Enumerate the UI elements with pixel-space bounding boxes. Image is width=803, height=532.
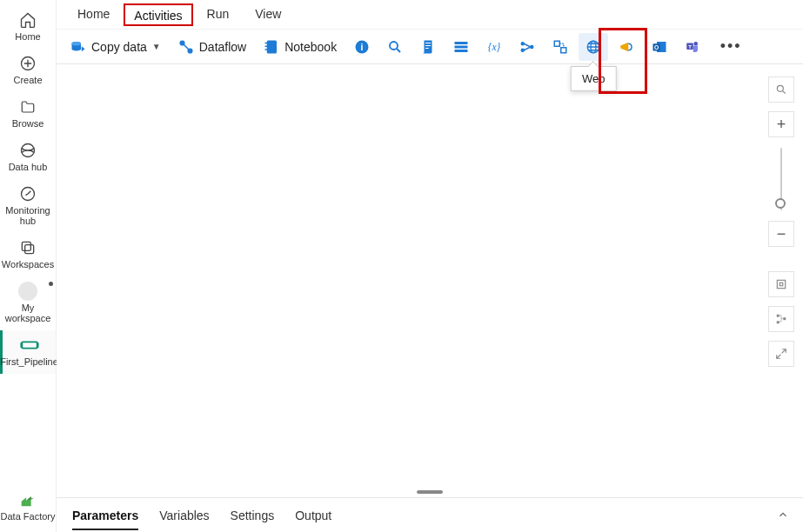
notebook-label: Notebook [284, 40, 337, 54]
rail-monitoring-label: Monitoring hub [0, 205, 56, 226]
rail-workspaces-label: Workspaces [2, 259, 54, 269]
svg-rect-39 [783, 317, 786, 320]
folder-icon [18, 97, 37, 116]
info-button[interactable]: i [347, 33, 377, 61]
function-button[interactable] [545, 33, 575, 61]
mlpipeline-button[interactable] [512, 33, 542, 61]
svg-rect-13 [265, 49, 268, 50]
svg-text:O: O [654, 44, 659, 50]
bottom-panel: Parameters Variables Settings Output [57, 497, 803, 532]
ml-icon [519, 39, 535, 55]
info-icon: i [354, 39, 370, 55]
dataflow-button[interactable]: Dataflow [171, 33, 253, 61]
svg-point-21 [521, 42, 524, 44]
zoom-in-button[interactable]: + [768, 111, 794, 137]
activities-toolbar: Copy data ▼ Dataflow Notebook i [57, 30, 803, 64]
btab-output[interactable]: Output [295, 501, 331, 530]
autolayout-button[interactable] [768, 306, 794, 332]
sproc-button[interactable] [446, 33, 476, 61]
svg-rect-36 [780, 283, 783, 286]
svg-rect-24 [554, 41, 559, 46]
expand-panel-button[interactable] [777, 509, 789, 521]
svg-rect-11 [265, 42, 268, 43]
copydata-icon [70, 39, 86, 55]
web-tooltip: Web [571, 66, 617, 91]
zoom-thumb[interactable] [775, 198, 786, 209]
variable-button[interactable]: {x} [479, 33, 509, 61]
svg-text:{x}: {x} [488, 42, 501, 53]
rail-workspaces[interactable]: Workspaces [0, 233, 56, 276]
datafactory-icon [18, 490, 37, 509]
svg-rect-25 [561, 47, 566, 52]
rail-pipeline-label: First_Pipeline [0, 356, 58, 367]
svg-text:i: i [361, 41, 364, 51]
btab-variables[interactable]: Variables [159, 501, 209, 530]
rail-myworkspace[interactable]: My workspace [0, 276, 56, 330]
rail-create[interactable]: Create [0, 49, 56, 92]
tab-view[interactable]: View [243, 2, 293, 27]
rail-datafactory-label: Data Factory [1, 511, 56, 522]
rail-create-label: Create [13, 75, 42, 85]
rail-browse[interactable]: Browse [0, 92, 56, 136]
outlook-button[interactable]: O [645, 33, 674, 61]
rail-datafactory[interactable]: Data Factory [0, 485, 56, 532]
svg-rect-38 [777, 321, 780, 323]
svg-point-23 [531, 45, 533, 48]
rail-browse-label: Browse [12, 118, 44, 129]
lookup-button[interactable] [380, 33, 410, 61]
variable-icon: {x} [486, 39, 502, 55]
monitoring-icon [18, 184, 37, 203]
script-button[interactable] [413, 33, 443, 61]
copydata-button[interactable]: Copy data ▼ [64, 33, 168, 61]
svg-point-22 [521, 49, 524, 51]
notebook-icon [264, 39, 279, 55]
globe-icon [586, 39, 601, 55]
svg-rect-17 [455, 42, 468, 44]
datahub-icon [18, 141, 37, 160]
more-button[interactable]: ••• [716, 33, 746, 61]
svg-point-34 [777, 85, 783, 91]
function-icon [552, 39, 568, 55]
svg-rect-35 [777, 280, 785, 288]
workspaces-icon [18, 238, 37, 257]
canvas-controls: + − [768, 76, 794, 367]
svg-rect-18 [455, 45, 468, 48]
svg-rect-19 [455, 50, 468, 52]
teams-button[interactable]: T [678, 33, 707, 61]
web-button[interactable]: Web [579, 33, 608, 61]
fullscreen-button[interactable] [768, 341, 794, 367]
unsaved-dot-icon [49, 282, 53, 286]
panel-resize-handle[interactable] [417, 490, 443, 494]
notebook-button[interactable]: Notebook [257, 33, 344, 61]
svg-rect-3 [22, 242, 30, 250]
svg-rect-5 [21, 342, 37, 348]
tab-run[interactable]: Run [195, 2, 242, 27]
btab-parameters[interactable]: Parameters [72, 501, 138, 530]
rail-monitoring[interactable]: Monitoring hub [0, 179, 56, 233]
btab-settings[interactable]: Settings [231, 501, 275, 530]
canvas-search-button[interactable] [768, 76, 794, 103]
svg-point-7 [72, 42, 82, 46]
main-area: Home Activities Run View Copy data ▼ Dat… [57, 0, 803, 532]
pipeline-icon [20, 336, 39, 355]
left-rail: Home Create Browse Data hub Monitoring h… [0, 0, 57, 532]
svg-rect-4 [25, 245, 34, 254]
zoom-slider[interactable] [780, 148, 782, 210]
chevron-down-icon: ▼ [152, 42, 161, 51]
svg-text:T: T [688, 43, 692, 49]
copydata-label: Copy data [91, 40, 147, 54]
rail-home[interactable]: Home [0, 5, 56, 49]
web-tooltip-label: Web [582, 72, 606, 85]
rail-home-label: Home [15, 31, 40, 42]
pipeline-canvas[interactable]: + − [57, 64, 803, 497]
search-icon [387, 39, 403, 55]
fit-button[interactable] [768, 271, 794, 297]
webhook-button[interactable] [612, 33, 641, 61]
tab-activities[interactable]: Activities [124, 3, 192, 26]
dataflow-icon [178, 39, 194, 55]
rail-pipeline[interactable]: First_Pipeline [0, 330, 56, 374]
tab-home[interactable]: Home [65, 2, 122, 27]
megaphone-icon [619, 39, 634, 55]
zoom-out-button[interactable]: − [768, 221, 794, 247]
rail-datahub[interactable]: Data hub [0, 136, 56, 179]
